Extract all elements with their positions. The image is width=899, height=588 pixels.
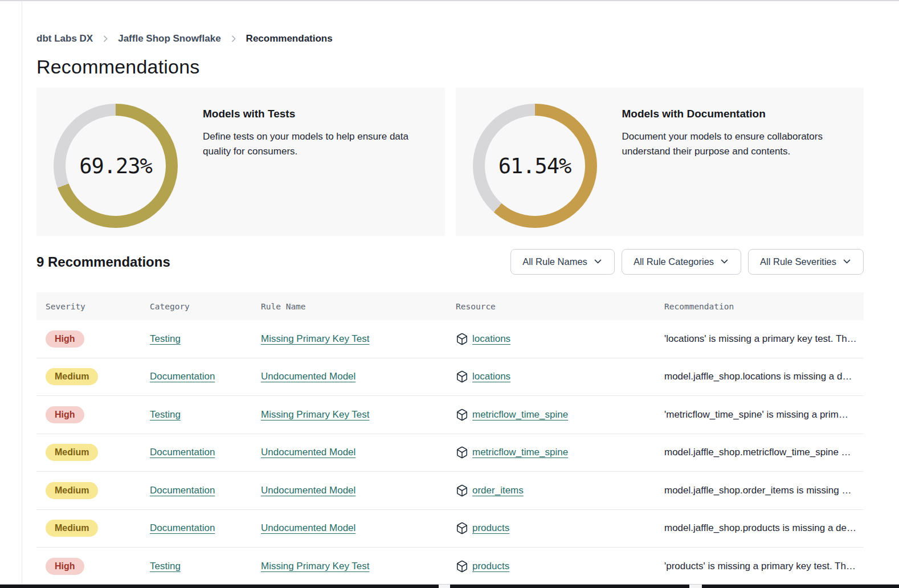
- documentation-donut-chart: 61.54%: [472, 103, 598, 229]
- category-link[interactable]: Documentation: [150, 447, 215, 458]
- filter-label: All Rule Severities: [760, 256, 836, 267]
- severity-badge: Medium: [46, 520, 98, 537]
- rule-name-link[interactable]: Undocumented Model: [261, 485, 355, 496]
- recommendation-text: 'metricflow_time_spine' is missing a pri…: [664, 409, 864, 420]
- model-cube-icon: [456, 333, 468, 345]
- table-row: MediumDocumentationUndocumented Modelmet…: [36, 434, 864, 472]
- recommendations-table: Severity Category Rule Name Resource Rec…: [36, 292, 864, 586]
- resource-link[interactable]: locations: [472, 333, 510, 345]
- resource-link[interactable]: metricflow_time_spine: [472, 447, 568, 458]
- filter-bar: All Rule Names All Rule Categories All R…: [510, 249, 864, 275]
- filter-label: All Rule Names: [522, 256, 587, 267]
- model-cube-icon: [456, 522, 468, 534]
- table-row: HighTestingMissing Primary Key Testmetri…: [36, 396, 864, 434]
- severity-badge: High: [46, 558, 84, 575]
- breadcrumb: dbt Labs DX Jaffle Shop Snowflake Recomm…: [36, 33, 864, 44]
- column-header-category: Category: [150, 302, 261, 311]
- resource-link[interactable]: metricflow_time_spine: [472, 409, 568, 420]
- recommendation-text: 'products' is missing a primary key test…: [664, 561, 864, 572]
- rule-name-link[interactable]: Undocumented Model: [261, 371, 355, 382]
- rule-categories-filter-dropdown[interactable]: All Rule Categories: [622, 249, 741, 275]
- model-cube-icon: [456, 484, 468, 497]
- resource-link[interactable]: order_items: [472, 485, 524, 496]
- resource-link[interactable]: products: [472, 522, 509, 534]
- card-description: Define tests on your models to help ensu…: [203, 129, 429, 160]
- rule-name-link[interactable]: Missing Primary Key Test: [261, 561, 370, 571]
- column-header-severity: Severity: [36, 302, 150, 311]
- rule-names-filter-dropdown[interactable]: All Rule Names: [510, 249, 615, 275]
- severity-badge: High: [46, 406, 84, 423]
- chevron-down-icon: [842, 256, 852, 268]
- table-row: HighTestingMissing Primary Key Testlocat…: [36, 320, 864, 358]
- rule-name-link[interactable]: Undocumented Model: [261, 522, 355, 533]
- rule-severities-filter-dropdown[interactable]: All Rule Severities: [748, 249, 864, 275]
- sidebar-edge-divider: [22, 1, 22, 588]
- models-with-tests-card: 69.23% Models with Tests Define tests on…: [36, 88, 445, 236]
- page-title: Recommendations: [36, 56, 864, 78]
- category-link[interactable]: Testing: [150, 561, 181, 571]
- tests-percent-value: 69.23%: [79, 154, 152, 178]
- table-row: MediumDocumentationUndocumented Modelloc…: [36, 358, 864, 397]
- column-header-resource: Resource: [456, 302, 664, 311]
- models-with-documentation-card: 61.54% Models with Documentation Documen…: [456, 88, 864, 236]
- model-cube-icon: [456, 409, 468, 421]
- breadcrumb-item-jaffle-shop-snowflake[interactable]: Jaffle Shop Snowflake: [118, 33, 220, 44]
- chevron-right-icon: [101, 34, 110, 43]
- severity-badge: High: [46, 330, 84, 348]
- documentation-percent-value: 61.54%: [498, 154, 571, 178]
- table-header-row: Severity Category Rule Name Resource Rec…: [36, 292, 864, 320]
- severity-badge: Medium: [46, 444, 98, 461]
- main-content: dbt Labs DX Jaffle Shop Snowflake Recomm…: [36, 33, 864, 586]
- table-row: MediumDocumentationUndocumented Modelord…: [36, 472, 864, 510]
- recommendations-count-title: 9 Recommendations: [36, 254, 170, 270]
- cut-off-content-strip: [0, 584, 899, 588]
- recommendation-text: model.jaffle_shop.locations is missing a…: [664, 371, 864, 382]
- recommendation-text: model.jaffle_shop.order_items is missing…: [664, 485, 864, 496]
- rule-name-link[interactable]: Undocumented Model: [261, 447, 355, 458]
- rule-name-link[interactable]: Missing Primary Key Test: [261, 409, 370, 420]
- chevron-down-icon: [593, 256, 603, 268]
- recommendation-text: model.jaffle_shop.products is missing a …: [664, 522, 864, 534]
- chevron-right-icon: [229, 34, 238, 43]
- table-body: HighTestingMissing Primary Key Testlocat…: [36, 320, 864, 586]
- chevron-down-icon: [720, 256, 729, 268]
- recommendation-text: 'locations' is missing a primary key tes…: [664, 333, 864, 345]
- model-cube-icon: [456, 560, 468, 573]
- severity-badge: Medium: [46, 368, 98, 385]
- recommendations-list-header: 9 Recommendations All Rule Names All Rul…: [36, 249, 864, 275]
- model-cube-icon: [456, 446, 468, 459]
- resource-link[interactable]: products: [472, 561, 509, 572]
- breadcrumb-item-dbt-labs-dx[interactable]: dbt Labs DX: [36, 33, 93, 44]
- column-header-recommendation: Recommendation: [664, 302, 864, 311]
- card-description: Document your models to ensure collabora…: [622, 129, 848, 160]
- rule-name-link[interactable]: Missing Primary Key Test: [261, 333, 370, 344]
- table-row: HighTestingMissing Primary Key Testprodu…: [36, 548, 864, 586]
- table-row: MediumDocumentationUndocumented Modelpro…: [36, 510, 864, 548]
- tests-donut-chart: 69.23%: [52, 103, 179, 229]
- category-link[interactable]: Testing: [150, 409, 181, 420]
- category-link[interactable]: Documentation: [150, 485, 215, 496]
- severity-badge: Medium: [46, 482, 98, 499]
- card-title: Models with Documentation: [622, 108, 848, 120]
- filter-label: All Rule Categories: [634, 256, 714, 267]
- model-cube-icon: [456, 370, 468, 383]
- column-header-rule-name: Rule Name: [261, 302, 456, 311]
- category-link[interactable]: Documentation: [150, 522, 215, 533]
- category-link[interactable]: Testing: [150, 333, 181, 344]
- metric-cards: 69.23% Models with Tests Define tests on…: [36, 88, 864, 236]
- card-title: Models with Tests: [203, 108, 429, 120]
- category-link[interactable]: Documentation: [150, 371, 215, 382]
- recommendation-text: model.jaffle_shop.metricflow_time_spine …: [664, 447, 864, 458]
- resource-link[interactable]: locations: [472, 371, 510, 382]
- breadcrumb-item-recommendations: Recommendations: [246, 33, 333, 44]
